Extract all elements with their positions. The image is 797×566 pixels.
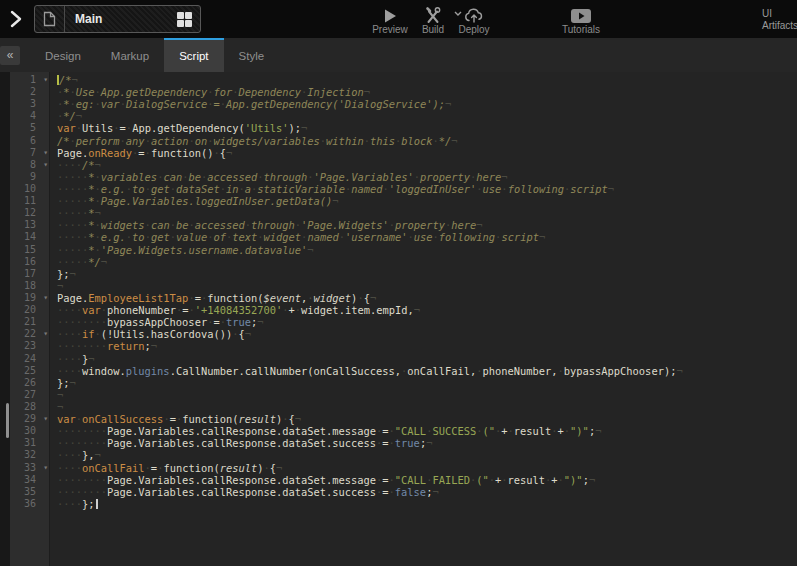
clipped-right-label[interactable]: UI Artifacts [762, 8, 797, 32]
code-line[interactable]: ·····*·variables·can·be·accessed·through… [57, 171, 797, 183]
code-line[interactable]: Page.EmployeeList1Tap·=·function($event,… [57, 292, 797, 304]
gutter-row: 27 [10, 389, 49, 401]
code-line[interactable]: ¬ [57, 389, 797, 401]
code-token: block [401, 135, 432, 147]
code-token: this [370, 135, 395, 147]
code-token: App.getDependency [101, 86, 207, 98]
line-number: 13 [24, 219, 36, 231]
page-selector[interactable]: Main [34, 5, 201, 33]
code-token: here [451, 219, 476, 231]
preview-button[interactable]: Preview [366, 4, 414, 35]
code-token: onCallFail [82, 462, 145, 474]
whitespace-dots: ····· [57, 183, 88, 195]
gutter-row: 13 [10, 219, 49, 231]
expand-chevron-icon[interactable] [9, 9, 23, 29]
tab-design[interactable]: Design [30, 38, 96, 72]
code-line[interactable]: var·onCallSuccess·=·function(result)·{¬ [57, 413, 797, 425]
whitespace-dots: ···· [57, 304, 82, 316]
code-line[interactable]: ········return;¬ [57, 340, 797, 352]
gutter-row: 5 [10, 122, 49, 134]
code-line[interactable]: ········Page.Variables.callResponse.data… [57, 425, 797, 437]
fold-toggle-icon[interactable]: ▾ [43, 413, 48, 425]
code-line[interactable]: ·*·eg:·var·DialogService·=·App.getDepend… [57, 98, 797, 110]
gutter-row: 12 [10, 207, 49, 219]
code-line[interactable]: ········Page.Variables.callResponse.data… [57, 486, 797, 498]
code-token: var [57, 122, 76, 134]
fold-toggle-icon[interactable]: ▾ [43, 74, 48, 86]
newline-mark: ¬ [57, 389, 63, 401]
code-line[interactable]: ·····*·Page.Variables.loggedInUser.getDa… [57, 195, 797, 207]
code-line[interactable]: };¬ [57, 377, 797, 389]
fold-toggle-icon[interactable]: ▾ [43, 159, 48, 171]
code-line[interactable]: ····if·(!Utils.hasCordova())·{¬ [57, 328, 797, 340]
code-token: "CALL [395, 474, 426, 486]
code-line[interactable]: ·*/¬ [57, 110, 797, 122]
line-number: 30 [24, 425, 36, 437]
code-line[interactable]: ····window.plugins.CallNumber.callNumber… [57, 365, 797, 377]
code-lines[interactable]: /*¬·*·Use·App.getDependency·for·Dependen… [50, 72, 797, 566]
newline-mark: ¬ [589, 474, 595, 486]
code-line[interactable]: ·····*/¬ [57, 256, 797, 268]
code-line[interactable]: ·····*·e.g.·to·get·value·of·text·widget·… [57, 231, 797, 243]
code-line[interactable]: ········bypassAppChooser·=·true;¬ [57, 316, 797, 328]
code-token: /* [57, 135, 70, 147]
code-token: here [476, 171, 501, 183]
code-line[interactable]: ·····*·widgets·can·be·accessed·through·'… [57, 219, 797, 231]
preview-label: Preview [372, 24, 408, 35]
code-token: plugins [126, 365, 170, 377]
code-line[interactable]: ····}; [57, 498, 797, 510]
deploy-button[interactable]: Deploy [452, 4, 496, 35]
code-line[interactable]: ····/*¬ [57, 159, 797, 171]
gutter-row: 6 [10, 135, 49, 147]
code-line[interactable]: ¬ [57, 401, 797, 413]
code-line[interactable]: ····var·phoneNumber·=·'+14084352700'·+·w… [57, 304, 797, 316]
code-line[interactable]: Page.onReady·=·function()·{¬ [57, 147, 797, 159]
code-line[interactable]: ·····*·'Page.Widgets.username.datavalue'… [57, 244, 797, 256]
fold-toggle-icon[interactable]: ▾ [43, 328, 48, 340]
code-token: Page.Variables.callResponse.dataSet.succ… [107, 437, 376, 449]
newline-mark: ¬ [95, 449, 101, 461]
tabs: Design Markup Script Style [30, 38, 279, 72]
tab-markup[interactable]: Markup [96, 38, 164, 72]
code-line[interactable]: ·*·Use·App.getDependency·for·Dependency·… [57, 86, 797, 98]
code-token: any [126, 135, 145, 147]
code-line[interactable]: ····}¬ [57, 353, 797, 365]
code-token: Injection [307, 86, 363, 98]
code-line[interactable]: ¬ [57, 280, 797, 292]
gutter-row: 9 [10, 171, 49, 183]
code-token: following [508, 183, 564, 195]
code-line[interactable]: ········Page.Variables.callResponse.data… [57, 474, 797, 486]
code-token: (" [482, 425, 495, 437]
code-token: get [151, 231, 170, 243]
code-token: onReady [88, 147, 132, 159]
code-token: within [326, 135, 364, 147]
code-token: 'loggedInUser' [389, 183, 477, 195]
tab-style[interactable]: Style [224, 38, 280, 72]
code-token: $event [263, 292, 301, 304]
line-number: 26 [24, 377, 36, 389]
gutter-row: 21 [10, 316, 49, 328]
tab-script[interactable]: Script [164, 38, 223, 72]
fold-toggle-icon[interactable]: ▾ [43, 147, 48, 159]
code-line[interactable]: ········Page.Variables.callResponse.data… [57, 437, 797, 449]
code-line[interactable]: /*·perform·any·action·on·widgets/variabl… [57, 135, 797, 147]
code-line[interactable]: /*¬ [57, 74, 797, 86]
top-toolbar: Main Preview Build [0, 0, 797, 38]
code-token: .CallNumber.callNumber(onCallSuccess, [170, 365, 401, 377]
collapse-panel-button[interactable]: « [0, 46, 20, 65]
code-line[interactable]: ····onCallFail·=·function(result)·{¬ [57, 462, 797, 474]
fold-toggle-icon[interactable]: ▾ [43, 462, 48, 474]
build-button[interactable]: Build [411, 4, 455, 35]
fold-toggle-icon[interactable]: ▾ [43, 292, 48, 304]
code-line[interactable]: };¬ [57, 268, 797, 280]
code-line[interactable]: ····},¬ [57, 449, 797, 461]
line-number: 35 [24, 486, 36, 498]
whitespace-dots: ········ [57, 437, 107, 449]
scrollbar-thumb[interactable] [6, 403, 9, 438]
code-line[interactable]: ·····*·e.g.·to·get·dataSet·in·a·staticVa… [57, 183, 797, 195]
code-line[interactable]: var·Utils·=·App.getDependency('Utils');¬ [57, 122, 797, 134]
tutorials-button[interactable]: Tutorials [553, 4, 609, 35]
gutter-row: 35 [10, 486, 49, 498]
line-number: 20 [24, 304, 36, 316]
code-line[interactable]: ·····*¬ [57, 207, 797, 219]
